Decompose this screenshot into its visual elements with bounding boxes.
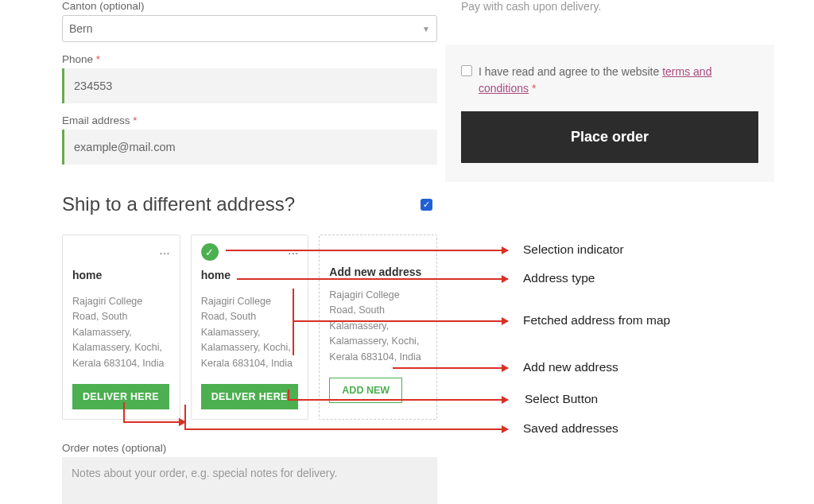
canton-select[interactable]: Bern ▼ xyxy=(62,15,437,42)
annotation-arrow xyxy=(123,402,125,421)
card-menu-icon[interactable]: ... xyxy=(159,243,169,258)
annotation-arrow xyxy=(293,320,508,322)
annotation-arrow xyxy=(184,428,508,430)
annotation-arrow xyxy=(237,278,508,280)
phone-input[interactable]: 234553 xyxy=(62,68,437,103)
annotation-arrow xyxy=(288,390,289,401)
payment-note: Pay with cash upon delivery. xyxy=(445,0,774,13)
new-address-fetched: Rajagiri College Road, South Kalamassery… xyxy=(329,288,427,365)
annotation-label: Select Button xyxy=(525,392,598,406)
ship-checkbox[interactable]: ✓ xyxy=(421,199,432,211)
order-notes-textarea[interactable]: Notes about your order, e.g. special not… xyxy=(62,457,437,504)
place-order-button[interactable]: Place order xyxy=(461,111,758,163)
new-address-card: Add new address Rajagiri College Road, S… xyxy=(319,235,437,420)
annotation-arrow xyxy=(293,289,294,355)
canton-value: Bern xyxy=(69,22,93,35)
canton-label: Canton (optional) xyxy=(62,0,437,12)
deliver-here-button[interactable]: DELIVER HERE xyxy=(72,384,169,409)
ship-heading: Ship to a different address? xyxy=(62,193,295,215)
address-card-2: ✓ ... home Rajagiri College Road, South … xyxy=(191,235,309,420)
selected-check-icon: ✓ xyxy=(201,243,219,261)
terms-checkbox[interactable] xyxy=(461,65,472,76)
annotation-label: Fetched address from map xyxy=(523,313,670,328)
new-address-title: Add new address xyxy=(329,266,427,278)
address-card-address: Rajagiri College Road, South Kalamassery… xyxy=(72,294,170,371)
annotation-arrow xyxy=(123,421,185,423)
annotation-label: Add new address xyxy=(523,360,618,374)
annotation-arrow xyxy=(226,250,508,251)
consent-box: I have read and agree to the website ter… xyxy=(445,45,774,182)
annotation-label: Address type xyxy=(523,271,595,285)
address-card-address: Rajagiri College Road, South Kalamassery… xyxy=(201,294,299,371)
annotation-arrow xyxy=(393,367,508,369)
annotation-label: Saved addresses xyxy=(523,421,618,436)
deliver-here-button[interactable]: DELIVER HERE xyxy=(201,384,298,409)
annotation-arrow xyxy=(288,399,508,401)
address-card-type: home xyxy=(72,269,170,281)
consent-text: I have read and agree to the website ter… xyxy=(479,64,758,97)
chevron-down-icon: ▼ xyxy=(422,25,430,33)
annotation-label: Selection indicator xyxy=(523,242,624,257)
email-input[interactable]: example@mail.com xyxy=(62,130,437,165)
order-notes-label: Order notes (optional) xyxy=(62,442,437,454)
address-card-1: ... home Rajagiri College Road, South Ka… xyxy=(62,235,180,420)
annotation-arrow xyxy=(184,421,186,430)
phone-label: Phone * xyxy=(62,53,437,65)
email-label: Email address * xyxy=(62,114,437,126)
